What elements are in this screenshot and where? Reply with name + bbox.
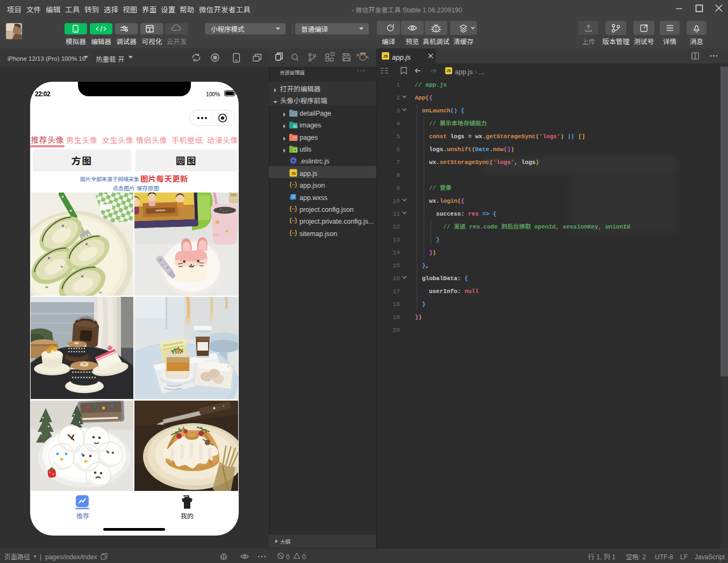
svg-text:<>: <> bbox=[294, 137, 297, 140]
svg-text:JS: JS bbox=[291, 172, 296, 175]
